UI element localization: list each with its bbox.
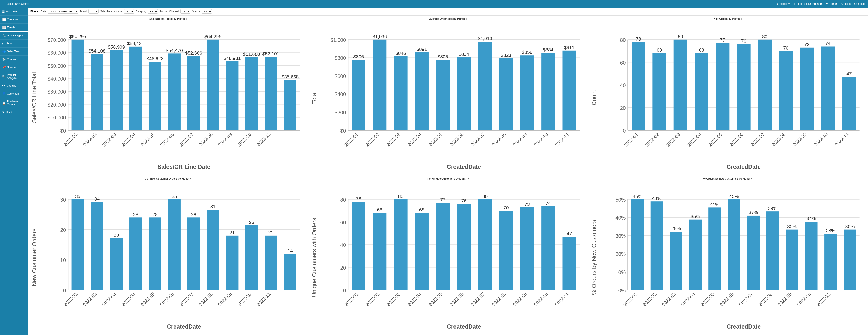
svg-text:Total: Total [311, 91, 317, 104]
svg-text:77: 77 [440, 197, 445, 202]
svg-text:$48,931: $48,931 [224, 56, 241, 61]
svg-text:68: 68 [377, 207, 382, 213]
svg-rect-273 [728, 199, 741, 290]
svg-text:76: 76 [461, 198, 466, 203]
sidebar-item-product-analysis[interactable]: 🔍Product Analysis [0, 72, 28, 82]
svg-rect-71 [373, 40, 386, 131]
svg-rect-276 [747, 215, 760, 290]
back-to-data-source-button[interactable]: ← Back to Data Source [3, 2, 29, 5]
svg-text:$911: $911 [564, 45, 575, 50]
sidebar-item-sales-team[interactable]: 👥Sales Team [0, 48, 28, 56]
sidebar-item-product-types[interactable]: 🔧Product Types [0, 32, 28, 40]
svg-text:2022-09: 2022-09 [512, 291, 528, 307]
svg-rect-29 [149, 62, 161, 131]
svg-rect-136 [779, 51, 793, 131]
chart-title-num-orders-by-month: # of Orders by Month▾ [590, 17, 865, 20]
category-filter-select[interactable]: All [148, 9, 158, 13]
svg-text:$823: $823 [501, 53, 512, 58]
svg-text:2022-08: 2022-08 [491, 132, 507, 148]
svg-text:80: 80 [340, 197, 346, 202]
svg-text:CreatedDate: CreatedDate [447, 323, 481, 330]
mapping-icon: 🗺 [2, 84, 5, 87]
sidebar-item-sources[interactable]: 📌Sources [0, 63, 28, 72]
salesperson-filter-label: SalesPerson Name: [100, 10, 123, 13]
chart-dropdown-arrow-sales-total-by-month[interactable]: ▾ [186, 18, 187, 20]
svg-text:29%: 29% [672, 226, 681, 231]
svg-text:21: 21 [230, 230, 235, 235]
edit-dashboard-button[interactable]: ✎ Edit the Dashboard [841, 2, 865, 5]
svg-rect-224 [457, 204, 471, 290]
svg-rect-285 [805, 222, 818, 290]
svg-text:2022-10: 2022-10 [533, 132, 549, 148]
svg-text:39%: 39% [768, 206, 777, 211]
svg-text:34: 34 [94, 196, 100, 202]
svg-text:$800: $800 [335, 55, 346, 61]
chart-dropdown-arrow-pct-orders-new-customers[interactable]: ▾ [751, 177, 752, 180]
chart-svg-container-unique-customers: Unique Customers with Orders020406080782… [310, 181, 586, 334]
sidebar-label-sales-team: Sales Team [7, 50, 20, 53]
sidebar-item-channel[interactable]: 📡Channel [0, 56, 28, 63]
svg-text:2022-05: 2022-05 [428, 291, 444, 307]
sidebar-label-brand: Brand [6, 42, 13, 45]
source-filter-group: Source: All [192, 9, 212, 13]
category-filter-label: Category: [136, 10, 147, 13]
svg-text:$600: $600 [335, 74, 346, 79]
svg-rect-83 [457, 57, 471, 130]
svg-text:0%: 0% [618, 288, 626, 293]
chart-title-new-customer-orders: # of New Customer Orders by Month▾ [30, 177, 306, 180]
svg-text:$52,606: $52,606 [185, 50, 202, 56]
svg-rect-279 [767, 212, 779, 290]
svg-text:50%: 50% [616, 197, 626, 202]
svg-rect-282 [786, 229, 798, 290]
svg-text:$56,909: $56,909 [108, 45, 125, 50]
sidebar-item-brand[interactable]: 🏷Brand [0, 40, 28, 48]
svg-rect-20 [91, 54, 103, 131]
salesperson-filter-select[interactable]: All [124, 9, 134, 13]
svg-rect-74 [394, 56, 407, 130]
filters-button[interactable]: ▼ Filters▾ [826, 2, 837, 5]
overview-icon: 📊 [2, 18, 6, 21]
chart-dropdown-arrow-num-orders-by-month[interactable]: ▾ [741, 18, 742, 20]
svg-rect-270 [709, 207, 721, 290]
sidebar-label-purchase-orders: Purchase Orders [7, 100, 26, 106]
svg-text:$805: $805 [438, 54, 448, 59]
svg-text:2022-08: 2022-08 [771, 132, 787, 148]
svg-text:CreatedDate: CreatedDate [167, 323, 201, 330]
chart-dropdown-arrow-unique-customers[interactable]: ▾ [468, 177, 469, 180]
svg-text:80: 80 [762, 34, 767, 39]
chart-dropdown-arrow-avg-order-size[interactable]: ▾ [466, 18, 467, 20]
svg-text:35: 35 [75, 194, 80, 199]
svg-text:$54,470: $54,470 [166, 48, 183, 53]
svg-text:21: 21 [268, 230, 273, 235]
sidebar-item-customers[interactable]: 👤Customers [0, 90, 28, 98]
brand-filter-select[interactable]: All [89, 9, 98, 13]
export-dashboard-button[interactable]: ⬆ Export the Dashboard▾ [793, 2, 822, 5]
date-filter-select[interactable]: Jan-2022 to Dec-2022 [48, 9, 79, 13]
svg-text:2022-11: 2022-11 [255, 291, 272, 307]
sidebar-label-sources: Sources [7, 66, 17, 69]
sidebar-item-purchase-orders[interactable]: 📋Purchase Orders [0, 98, 28, 108]
sidebar-item-mapping[interactable]: 🗺Mapping [0, 82, 28, 90]
svg-text:2022-02: 2022-02 [644, 132, 660, 148]
sidebar-item-welcome[interactable]: ☰Welcome [0, 8, 28, 16]
sidebar-item-trends[interactable]: 📈Trends [0, 24, 28, 32]
svg-rect-44 [245, 57, 258, 130]
svg-rect-239 [562, 237, 576, 290]
svg-text:14: 14 [287, 248, 292, 253]
sidebar-item-overview[interactable]: 📊Overview [0, 16, 28, 24]
svg-text:2022-07: 2022-07 [738, 291, 754, 307]
svg-rect-92 [520, 55, 534, 130]
svg-rect-212 [373, 213, 386, 290]
refresh-button[interactable]: ↻ Refresh▾ [777, 2, 789, 5]
svg-text:$1,036: $1,036 [372, 34, 387, 39]
svg-rect-267 [689, 219, 702, 290]
svg-text:$20,000: $20,000 [48, 102, 66, 108]
chart-dropdown-arrow-new-customer-orders[interactable]: ▾ [190, 177, 191, 180]
sidebar-item-health[interactable]: ❤Health [0, 108, 28, 116]
svg-rect-291 [844, 229, 857, 290]
svg-text:CreatedDate: CreatedDate [447, 164, 481, 170]
svg-rect-184 [226, 235, 239, 290]
source-filter-select[interactable]: All [202, 9, 212, 13]
product-channel-filter-select[interactable]: All [180, 9, 190, 13]
svg-text:2022-03: 2022-03 [385, 291, 401, 307]
